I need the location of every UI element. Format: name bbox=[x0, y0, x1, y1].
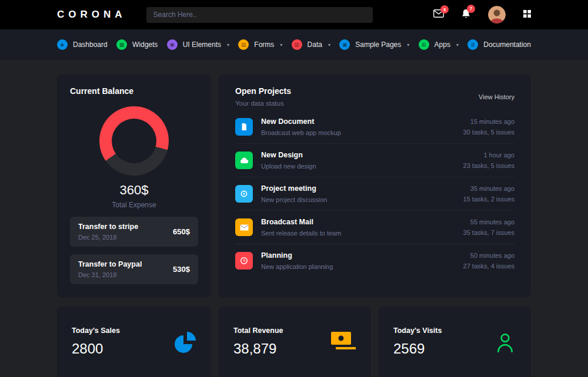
project-tasks: 30 tasks, 5 issues bbox=[463, 129, 514, 136]
project-meta-block: 15 minutes ago 30 tasks, 5 issues bbox=[463, 118, 514, 136]
apps-glyph: ⊞ bbox=[422, 42, 426, 48]
avatar[interactable] bbox=[488, 6, 506, 23]
chevron-down-icon: ▾ bbox=[328, 42, 330, 48]
project-title: Broadcast Mail bbox=[261, 218, 341, 226]
project-subtitle: Broadcast web app mockup bbox=[261, 129, 341, 136]
todays-sales-card: Today's Sales 2800 bbox=[57, 307, 211, 377]
project-text: New Document Broadcast web app mockup bbox=[261, 117, 341, 136]
pages-glyph: ▣ bbox=[342, 42, 348, 48]
mail-button[interactable]: 3 bbox=[433, 9, 444, 20]
document-icon bbox=[235, 118, 253, 136]
transfer-date: Dec 25, 2018 bbox=[78, 234, 138, 241]
stat-label: Today's Visits bbox=[393, 326, 442, 335]
project-title: New Document bbox=[261, 117, 341, 126]
apps-icon: ⊞ bbox=[419, 39, 429, 50]
cloud-upload-icon bbox=[235, 152, 253, 169]
search-input[interactable] bbox=[146, 7, 373, 23]
transfer-title: Transfer to stripe bbox=[78, 223, 138, 231]
transfer-amount: 530$ bbox=[173, 265, 190, 274]
stat-text: Total Revenue 38,879 bbox=[233, 326, 283, 357]
menu-label: Widgets bbox=[132, 41, 158, 49]
menu-label: Sample Pages bbox=[355, 41, 401, 49]
topbar: CORONA 3 7 bbox=[0, 0, 588, 29]
transfer-date: Dec 31, 2018 bbox=[78, 271, 142, 278]
project-time: 55 minutes ago bbox=[463, 218, 514, 225]
clock-icon bbox=[235, 252, 253, 270]
forms-glyph: ▤ bbox=[241, 42, 246, 48]
notification-badge: 7 bbox=[467, 5, 475, 13]
chevron-down-icon: ▾ bbox=[456, 42, 459, 48]
docs-icon: ≣ bbox=[467, 39, 478, 50]
chevron-down-icon: ▾ bbox=[227, 42, 229, 48]
menu-label: Dashboard bbox=[73, 41, 108, 49]
pie-chart-icon bbox=[173, 331, 196, 355]
pages-icon: ▣ bbox=[339, 39, 350, 50]
menu-item-documentation[interactable]: ≣ Documentation bbox=[467, 39, 531, 50]
total-revenue-card: Total Revenue 38,879 bbox=[219, 307, 371, 377]
menu-item-ui-elements[interactable]: ◉ UI Elements ▾ bbox=[167, 39, 229, 50]
person-icon bbox=[494, 331, 516, 354]
money-icon bbox=[330, 331, 356, 350]
menu-item-data[interactable]: ▥ Data ▾ bbox=[292, 39, 330, 50]
project-time: 1 hour ago bbox=[463, 152, 514, 159]
menu-item-dashboard[interactable]: ◈ Dashboard bbox=[57, 39, 108, 50]
project-tasks: 35 tasks, 7 issues bbox=[463, 229, 514, 236]
todays-visits-card: Today's Visits 2569 bbox=[379, 307, 531, 377]
project-subtitle: New application planning bbox=[261, 263, 333, 270]
project-tasks: 23 tasks, 5 issues bbox=[463, 162, 514, 169]
card-subtitle: Your data status bbox=[235, 100, 291, 107]
project-row: Broadcast Mail Sent release details to t… bbox=[235, 211, 514, 244]
menu-label: Forms bbox=[254, 41, 274, 49]
data-glyph: ▥ bbox=[294, 42, 299, 48]
donut-hole bbox=[112, 119, 156, 163]
menu-item-apps[interactable]: ⊞ Apps ▾ bbox=[419, 39, 459, 50]
view-history-link[interactable]: View History bbox=[479, 93, 514, 100]
stat-label: Today's Sales bbox=[72, 326, 120, 335]
widgets-glyph: ▦ bbox=[119, 42, 125, 48]
donut-wrap bbox=[70, 106, 198, 176]
project-row: Planning New application planning 50 min… bbox=[235, 244, 514, 277]
transfer-item: Transfer to Paypal Dec 31, 2018 530$ bbox=[70, 254, 198, 284]
project-time: 35 minutes ago bbox=[463, 185, 514, 192]
menu-item-sample-pages[interactable]: ▣ Sample Pages ▾ bbox=[339, 39, 409, 50]
project-meta-block: 35 minutes ago 15 tasks, 2 issues bbox=[463, 185, 514, 203]
project-subtitle: New project discussion bbox=[261, 196, 328, 203]
project-title: Project meeting bbox=[261, 184, 328, 193]
menu-label: Apps bbox=[435, 41, 450, 49]
project-time: 50 minutes ago bbox=[463, 252, 514, 259]
chevron-down-icon: ▾ bbox=[407, 42, 409, 48]
project-meta-block: 1 hour ago 23 tasks, 5 issues bbox=[463, 152, 514, 169]
transfer-info: Transfer to stripe Dec 25, 2018 bbox=[78, 223, 138, 241]
stat-value: 2800 bbox=[72, 341, 120, 357]
transfer-item: Transfer to stripe Dec 25, 2018 650$ bbox=[70, 217, 198, 247]
project-list: New Document Broadcast web app mockup 15… bbox=[235, 110, 514, 277]
stat-label: Total Revenue bbox=[233, 326, 283, 335]
project-tasks: 27 tasks, 4 issues bbox=[463, 262, 514, 270]
main-menu: ◈ Dashboard ▦ Widgets ◉ UI Elements ▾ ▤ … bbox=[0, 29, 588, 60]
project-row: Project meeting New project discussion 3… bbox=[235, 177, 514, 211]
menu-item-widgets[interactable]: ▦ Widgets bbox=[116, 39, 158, 50]
project-time: 15 minutes ago bbox=[463, 118, 514, 125]
total-expense-label: Total Expense bbox=[70, 201, 198, 209]
widgets-icon: ▦ bbox=[116, 39, 127, 50]
project-subtitle: Sent release details to team bbox=[261, 230, 341, 237]
current-balance-card: Current Balance 360$ Total Expense Trans… bbox=[57, 75, 211, 298]
project-tasks: 15 tasks, 2 issues bbox=[463, 196, 514, 203]
stat-value: 2569 bbox=[393, 341, 442, 357]
project-title: New Design bbox=[261, 151, 316, 159]
mail-icon bbox=[235, 218, 253, 236]
card-title: Open Projects bbox=[235, 86, 291, 96]
grid-menu-button[interactable] bbox=[523, 9, 531, 20]
logo[interactable]: CORONA bbox=[57, 9, 126, 21]
project-text: Project meeting New project discussion bbox=[261, 184, 328, 203]
data-icon: ▥ bbox=[292, 39, 302, 50]
project-text: New Design Upload new design bbox=[261, 151, 316, 170]
docs-glyph: ≣ bbox=[470, 42, 475, 48]
grid-icon bbox=[523, 9, 531, 20]
projects-titles: Open Projects Your data status bbox=[235, 86, 291, 107]
notifications-button[interactable]: 7 bbox=[462, 9, 470, 21]
ui-elements-glyph: ◉ bbox=[170, 42, 175, 48]
ui-elements-icon: ◉ bbox=[167, 39, 178, 50]
menu-item-forms[interactable]: ▤ Forms ▾ bbox=[238, 39, 282, 50]
search-box bbox=[146, 7, 373, 23]
